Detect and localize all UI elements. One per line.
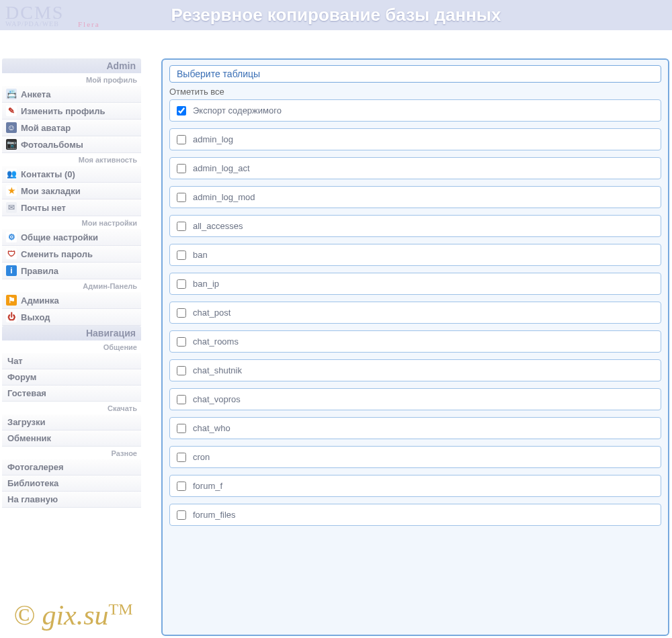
avatar-icon: ☺ [6, 122, 17, 133]
table-name: admin_log_mod [193, 192, 255, 202]
sidebar-item[interactable]: ⚑Админка [2, 292, 141, 309]
table-row: chat_shutnik [169, 359, 661, 381]
table-checkbox[interactable] [177, 279, 186, 289]
table-row: admin_log_act [169, 157, 661, 179]
sidebar-section-header: Admin [2, 58, 141, 73]
sidebar-item[interactable]: ✉Почты нет [2, 199, 141, 216]
main-content: Выберите таблицы Отметить все Экспорт со… [141, 58, 672, 636]
table-checkbox[interactable] [177, 250, 186, 260]
table-row: chat_vopros [169, 388, 661, 410]
sidebar-item-label: Сменить пароль [21, 249, 93, 259]
table-checkbox[interactable] [177, 308, 186, 318]
sidebar-group-label: Общение [2, 340, 141, 353]
table-name: admin_log [193, 134, 233, 144]
table-checkbox[interactable] [177, 453, 186, 462]
info-icon: i [6, 265, 17, 276]
sidebar-item[interactable]: Загрузки [2, 414, 141, 430]
sidebar-item[interactable]: ☺Мой аватар [2, 120, 141, 136]
sidebar-item[interactable]: На главную [2, 492, 141, 508]
sidebar-item-label: Почты нет [21, 203, 66, 213]
table-checkbox[interactable] [177, 482, 186, 491]
mark-all-link[interactable]: Отметить все [169, 87, 661, 97]
sidebar-item-label: Изменить профиль [21, 106, 106, 116]
table-checkbox[interactable] [177, 164, 186, 173]
backup-panel: Выберите таблицы Отметить все Экспорт со… [161, 58, 669, 636]
sidebar-item-label: Анкета [21, 89, 50, 99]
table-row: chat_post [169, 302, 661, 324]
table-checkbox[interactable] [177, 366, 186, 375]
table-checkbox[interactable] [177, 510, 186, 520]
sidebar-item-label: Правила [21, 266, 58, 276]
sidebar: AdminМой профиль📇Анкета✎Изменить профиль… [0, 58, 141, 636]
sidebar-group-label: Админ-Панель [2, 279, 141, 292]
logo: DCMS WAP/PDA/WEB Flera [5, 3, 64, 28]
bookmarks-icon: ★ [6, 185, 17, 196]
table-name: admin_log_act [193, 163, 250, 173]
sidebar-item[interactable]: ★Мои закладки [2, 183, 141, 199]
sidebar-item-label: Общие настройки [21, 232, 98, 242]
sidebar-item[interactable]: iПравила [2, 263, 141, 279]
table-checkbox[interactable] [177, 424, 186, 433]
sidebar-group-label: Мои настройки [2, 216, 141, 229]
camera-icon: 📷 [6, 139, 17, 150]
sidebar-item[interactable]: Форум [2, 369, 141, 385]
sidebar-item-label: Контакты (0) [21, 169, 75, 179]
table-name: forum_files [193, 510, 236, 520]
table-name: chat_vopros [193, 394, 241, 404]
sidebar-item[interactable]: 👥Контакты (0) [2, 166, 141, 183]
table-name: chat_who [193, 423, 230, 433]
table-row: admin_log [169, 128, 661, 150]
sidebar-item[interactable]: Фотогалерея [2, 459, 141, 475]
table-name: all_accesses [193, 221, 243, 231]
admin-icon: ⚑ [6, 295, 17, 306]
gear-icon: ⚙ [6, 232, 17, 242]
table-checkbox[interactable] [177, 193, 186, 202]
export-content-row: Экспорт содержимого [169, 99, 661, 122]
table-row: admin_log_mod [169, 186, 661, 208]
table-checkbox[interactable] [177, 395, 186, 404]
sidebar-item[interactable]: Чат [2, 353, 141, 369]
table-checkbox[interactable] [177, 106, 186, 116]
sidebar-item-label: Мои закладки [21, 186, 81, 196]
sidebar-item[interactable]: 🛡Сменить пароль [2, 246, 141, 263]
sidebar-item[interactable]: Гостевая [2, 385, 141, 402]
sidebar-group-label: Моя активность [2, 153, 141, 166]
table-name: forum_f [193, 481, 222, 491]
table-name: chat_post [193, 308, 230, 318]
table-row: chat_rooms [169, 330, 661, 353]
logo-sub: WAP/PDA/WEB [5, 21, 64, 28]
sidebar-item-label: Фотоальбомы [21, 140, 83, 150]
sidebar-item[interactable]: ⏻Выход [2, 309, 141, 326]
sidebar-item[interactable]: Обменник [2, 430, 141, 447]
table-name: Экспорт содержимого [193, 105, 282, 116]
table-row: cron [169, 446, 661, 468]
table-name: cron [193, 452, 210, 462]
table-name: chat_rooms [193, 336, 239, 347]
sidebar-item[interactable]: ✎Изменить профиль [2, 103, 141, 120]
edit-icon: ✎ [6, 105, 17, 116]
table-name: ban [193, 250, 208, 260]
sidebar-item[interactable]: Библиотека [2, 475, 141, 492]
contacts-icon: 👥 [6, 169, 17, 179]
table-row: ban [169, 244, 661, 266]
sidebar-section-header: Навигация [2, 326, 141, 340]
page-header: DCMS WAP/PDA/WEB Flera Резервное копиров… [0, 0, 672, 30]
sidebar-item-label: Выход [21, 312, 50, 322]
logo-main: DCMS [5, 2, 64, 23]
table-name: ban_ip [193, 279, 219, 289]
sidebar-item[interactable]: ⚙Общие настройки [2, 229, 141, 246]
table-row: forum_files [169, 504, 661, 526]
sidebar-item[interactable]: 📷Фотоальбомы [2, 136, 141, 153]
sidebar-group-label: Мой профиль [2, 73, 141, 86]
table-checkbox[interactable] [177, 222, 186, 231]
table-row: chat_who [169, 417, 661, 439]
shield-icon: 🛡 [6, 248, 17, 259]
table-checkbox[interactable] [177, 337, 186, 347]
table-row: ban_ip [169, 273, 661, 295]
sidebar-item[interactable]: 📇Анкета [2, 86, 141, 103]
table-checkbox[interactable] [177, 135, 186, 144]
logo-extra: Flera [78, 21, 100, 28]
power-icon: ⏻ [6, 312, 17, 322]
sidebar-group-label: Разное [2, 447, 141, 459]
profile-icon: 📇 [6, 89, 17, 99]
